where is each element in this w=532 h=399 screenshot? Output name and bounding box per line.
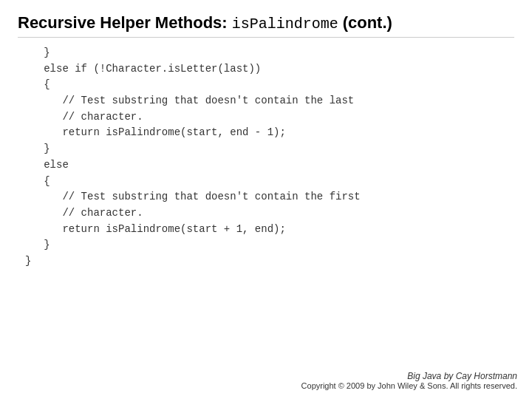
code-line: return isPalindrome(start, end - 1); xyxy=(25,125,514,141)
title-code: isPalindrome xyxy=(232,16,338,33)
code-line: else if (!Character.isLetter(last)) xyxy=(25,61,514,78)
code-line: } xyxy=(25,237,514,253)
code-line: { xyxy=(25,77,514,93)
footer-copyright: Copyright © 2009 by John Wiley & Sons. A… xyxy=(301,381,517,390)
code-block: } else if (!Character.isLetter(last)) { … xyxy=(18,45,514,270)
code-line: return isPalindrome(start + 1, end); xyxy=(25,222,514,238)
code-line: } xyxy=(25,141,514,157)
code-line: { xyxy=(25,174,514,190)
code-line: // Test substring that doesn't contain t… xyxy=(25,189,514,205)
title-suffix: (cont.) xyxy=(343,13,392,33)
footer-book: Big Java by Cay Horstmann xyxy=(301,371,517,381)
footer: Big Java by Cay Horstmann Copyright © 20… xyxy=(301,371,517,390)
code-line: } xyxy=(25,45,514,61)
title-prefix: Recursive Helper Methods: xyxy=(18,13,228,33)
slide-container: Recursive Helper Methods: isPalindrome (… xyxy=(0,0,532,399)
code-line: } xyxy=(25,253,514,270)
code-line: else xyxy=(25,157,514,174)
code-line: // character. xyxy=(25,109,514,126)
code-line: // character. xyxy=(25,205,514,222)
code-line: // Test substring that doesn't contain t… xyxy=(25,93,514,109)
title-bar: Recursive Helper Methods: isPalindrome (… xyxy=(18,13,514,38)
